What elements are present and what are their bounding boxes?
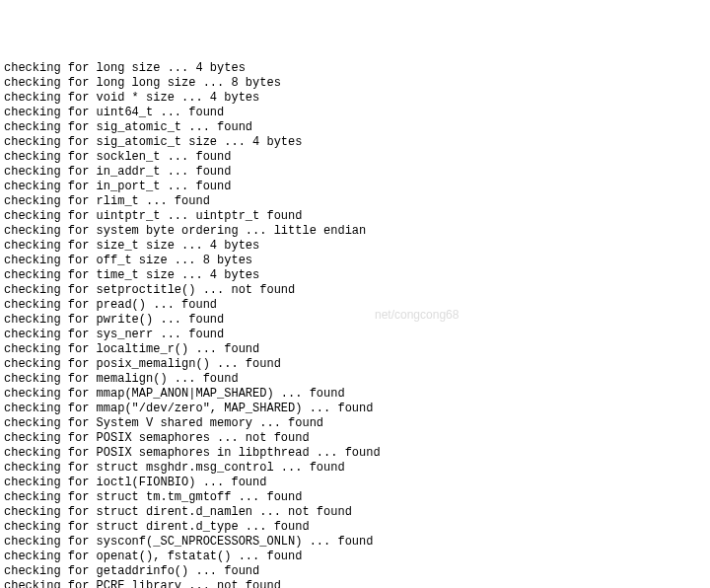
configure-line: checking for sig_atomic_t ... found xyxy=(4,120,706,135)
configure-line: checking for long size ... 4 bytes xyxy=(4,61,706,76)
configure-line: checking for sys_nerr ... found xyxy=(4,328,706,342)
configure-line: checking for system byte ordering ... li… xyxy=(4,224,706,239)
configure-output: checking for long size ... 4 byteschecki… xyxy=(4,61,706,588)
configure-line: checking for memalign() ... found xyxy=(4,372,706,387)
configure-line: checking for openat(), fstatat() ... fou… xyxy=(4,550,706,564)
configure-line: checking for localtime_r() ... found xyxy=(4,342,706,357)
configure-line: checking for time_t size ... 4 bytes xyxy=(4,268,706,283)
configure-line: checking for struct dirent.d_namlen ... … xyxy=(4,505,706,520)
configure-line: checking for in_addr_t ... found xyxy=(4,165,706,180)
configure-line: checking for setproctitle() ... not foun… xyxy=(4,283,706,298)
configure-line: checking for mmap("/dev/zero", MAP_SHARE… xyxy=(4,402,706,416)
configure-line: checking for rlim_t ... found xyxy=(4,194,706,209)
configure-line: checking for POSIX semaphores in libpthr… xyxy=(4,446,706,461)
configure-line: checking for struct dirent.d_type ... fo… xyxy=(4,520,706,535)
configure-line: checking for posix_memalign() ... found xyxy=(4,357,706,372)
configure-line: checking for uintptr_t ... uintptr_t fou… xyxy=(4,209,706,224)
configure-line: checking for ioctl(FIONBIO) ... found xyxy=(4,476,706,490)
configure-line: checking for pread() ... found xyxy=(4,298,706,313)
configure-line: checking for long long size ... 8 bytes xyxy=(4,76,706,91)
configure-line: checking for PCRE library ... not found xyxy=(4,579,706,588)
configure-line: checking for socklen_t ... found xyxy=(4,150,706,165)
configure-line: checking for size_t size ... 4 bytes xyxy=(4,239,706,254)
configure-line: checking for mmap(MAP_ANON|MAP_SHARED) .… xyxy=(4,387,706,402)
configure-line: checking for sysconf(_SC_NPROCESSORS_ONL… xyxy=(4,535,706,550)
configure-line: checking for in_port_t ... found xyxy=(4,180,706,194)
configure-line: checking for struct tm.tm_gmtoff ... fou… xyxy=(4,490,706,505)
configure-line: checking for sig_atomic_t size ... 4 byt… xyxy=(4,135,706,150)
configure-line: checking for uint64_t ... found xyxy=(4,106,706,120)
configure-line: checking for off_t size ... 8 bytes xyxy=(4,254,706,268)
configure-line: checking for void * size ... 4 bytes xyxy=(4,91,706,106)
configure-line: checking for POSIX semaphores ... not fo… xyxy=(4,431,706,446)
configure-line: checking for pwrite() ... found xyxy=(4,313,706,328)
configure-line: checking for struct msghdr.msg_control .… xyxy=(4,461,706,476)
configure-line: checking for getaddrinfo() ... found xyxy=(4,564,706,579)
configure-line: checking for System V shared memory ... … xyxy=(4,416,706,431)
